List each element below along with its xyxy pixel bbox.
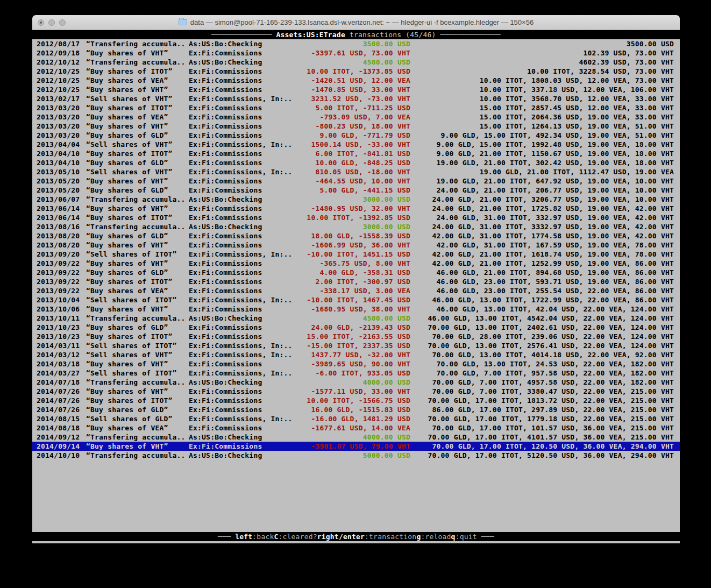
transaction-running-balance: 70.00 GLD, 13.00 ITOT, 2576.41 USD, 22.0… [410,341,680,350]
transaction-row[interactable]: 2013/05/20 “Buy shares of GLD” Ex:Fi:Com… [32,186,680,195]
transaction-row[interactable]: 2013/09/20 “Sell shares of ITOT” Ex:Fi:C… [32,250,680,259]
transaction-row[interactable]: 2014/09/12 “Transfering accumula.. As:US… [32,433,680,442]
transaction-change-amount: -3397.61 USD, 73.00 VHT [294,48,410,58]
window-title-group: data — simon@pool-71-165-239-133.lsanca.… [179,18,534,26]
transaction-row[interactable]: 2013/03/20 “Buy shares of VHT” Ex:Fi:Com… [32,122,680,131]
transaction-row[interactable]: 2013/03/20 “Buy shares of GLD” Ex:Fi:Com… [32,131,680,140]
transaction-row[interactable]: 2013/10/04 “Sell shares of ITOT” Ex:Fi:C… [32,295,680,304]
statusbar-key-description: :reload [421,532,451,541]
transaction-date: 2012/08/17 [32,39,86,48]
transaction-row[interactable]: 2013/08/16 “Transfering accumula.. As:US… [32,222,680,231]
transaction-row[interactable]: 2012/09/18 “Buy shares of VHT” Ex:Fi:Com… [32,48,680,58]
transaction-row[interactable]: 2013/10/23 “Buy shares of ITOT” Ex:Fi:Co… [32,332,680,341]
transaction-row[interactable]: 2013/06/07 “Transfering accumula.. As:US… [32,195,680,204]
transaction-row[interactable]: 2013/10/23 “Buy shares of GLD” Ex:Fi:Com… [32,323,680,332]
transaction-other-accounts: Ex:Fi:Commissions [189,112,294,122]
transaction-row[interactable]: 2014/07/18 “Transfering accumula.. As:US… [32,378,680,387]
transaction-row[interactable]: 2012/10/25 “Buy shares of VEA” Ex:Fi:Com… [32,76,680,85]
transaction-row[interactable]: 2013/06/14 “Buy shares of ITOT” Ex:Fi:Co… [32,213,680,222]
transaction-running-balance: 46.00 GLD, 21.00 ITOT, 894.68 USD, 19.00… [410,268,680,277]
transaction-row[interactable]: 2014/08/15 “Sell shares of GLD” Ex:Fi:Co… [32,414,680,423]
transaction-date: 2013/09/22 [32,286,86,295]
transaction-running-balance: 9.00 GLD, 15.00 ITOT, 492.34 USD, 19.00 … [410,131,680,140]
transaction-running-balance: 86.00 GLD, 17.00 ITOT, 297.89 USD, 22.00… [410,405,680,414]
transaction-change-amount: -464.55 USD, 10.00 VHT [294,176,410,186]
transaction-row[interactable]: 2013/05/20 “Buy shares of VHT” Ex:Fi:Com… [32,176,680,186]
transaction-row[interactable]: 2013/09/22 “Buy shares of ITOT” Ex:Fi:Co… [32,277,680,286]
close-button[interactable] [38,19,44,26]
transaction-change-amount: 4500.00 USD [294,58,410,67]
statusbar-key: g [416,532,421,541]
transaction-row[interactable]: 2012/10/25 “Buy shares of ITOT” Ex:Fi:Co… [32,67,680,76]
transaction-date: 2014/09/12 [32,433,86,442]
transaction-change-amount: 3000.00 USD [294,195,410,204]
transaction-change-amount: -1577.11 USD, 33.00 VHT [294,387,410,396]
transaction-row[interactable]: 2013/04/10 “Buy shares of GLD” Ex:Fi:Com… [32,158,680,167]
transaction-date: 2013/05/20 [32,176,86,186]
transaction-row[interactable]: 2013/08/20 “Buy shares of GLD” Ex:Fi:Com… [32,231,680,240]
transaction-description: “Sell shares of VHT” [86,140,189,149]
transaction-date: 2013/06/14 [32,213,86,222]
transaction-other-accounts: As:US:Bo:Checking [189,314,294,323]
transaction-date: 2013/09/22 [32,277,86,286]
transaction-date: 2014/03/11 [32,341,86,350]
transaction-other-accounts: As:US:Bo:Checking [189,58,294,67]
transaction-change-amount: -3981.07 USD, 79.00 VHT [294,442,410,451]
transaction-row[interactable]: 2013/10/11 “Transfering accumula.. As:US… [32,314,680,323]
transaction-row[interactable]: 2013/06/14 “Buy shares of VHT” Ex:Fi:Com… [32,204,680,213]
transaction-row[interactable]: 2014/03/12 “Sell shares of VHT” Ex:Fi:Co… [32,350,680,359]
transaction-description: “Buy shares of ITOT” [86,213,189,222]
transaction-running-balance: 19.00 GLD, 21.00 ITOT, 302.42 USD, 19.00… [410,158,680,167]
transaction-row[interactable]: 2013/10/06 “Buy shares of VHT” Ex:Fi:Com… [32,304,680,314]
statusbar-key-description: :transaction [365,532,416,541]
transaction-change-amount: 10.00 ITOT, -1566.75 USD [294,396,410,405]
transaction-row[interactable]: 2013/04/04 “Sell shares of VHT” Ex:Fi:Co… [32,140,680,149]
transaction-row[interactable]: 2013/03/20 “Buy shares of ITOT” Ex:Fi:Co… [32,103,680,112]
transaction-row[interactable]: 2014/07/26 “Buy shares of GLD” Ex:Fi:Com… [32,405,680,414]
transaction-other-accounts: Ex:Fi:Commissions [189,286,294,295]
transaction-row[interactable]: 2014/07/26 “Buy shares of VHT” Ex:Fi:Com… [32,387,680,396]
minimize-button[interactable] [48,19,55,26]
zoom-button[interactable] [59,19,66,26]
transaction-running-balance: 10.00 ITOT, 3568.70 USD, 12.00 VEA, 33.0… [410,94,680,103]
transaction-description: “Buy shares of VHT” [86,240,189,250]
transaction-other-accounts: Ex:Fi:Commissions [189,158,294,167]
transaction-date: 2014/10/10 [32,451,86,460]
transaction-description: “Buy shares of VEA” [86,423,189,433]
transaction-row[interactable]: 2013/03/20 “Buy shares of VEA” Ex:Fi:Com… [32,112,680,122]
transaction-row[interactable]: 2014/03/18 “Buy shares of VHT” Ex:Fi:Com… [32,359,680,369]
transaction-change-amount: 5000.00 USD [294,451,410,460]
transaction-running-balance: 42.00 GLD, 21.00 ITOT, 1618.74 USD, 19.0… [410,250,680,259]
transaction-row[interactable]: 2013/05/10 “Sell shares of VHT” Ex:Fi:Co… [32,167,680,176]
transaction-row[interactable]: 2013/09/22 “Buy shares of VHT” Ex:Fi:Com… [32,259,680,268]
transaction-row[interactable]: 2013/02/17 “Sell shares of VHT” Ex:Fi:Co… [32,94,680,103]
transaction-row[interactable]: 2012/08/17 “Transfering accumula.. As:US… [32,39,680,48]
transaction-row[interactable]: 2012/10/25 “Buy shares of VHT” Ex:Fi:Com… [32,85,680,94]
transaction-date: 2013/03/20 [32,112,86,122]
window-titlebar[interactable]: data — simon@pool-71-165-239-133.lsanca.… [32,15,680,30]
transaction-other-accounts: Ex:Fi:Commissions [189,176,294,186]
transaction-row[interactable]: 2014/03/27 “Sell shares of ITOT” Ex:Fi:C… [32,369,680,378]
transaction-description: “Transfering accumula.. [86,222,189,231]
transaction-running-balance: 70.00 GLD, 17.00 ITOT, 120.50 USD, 36.00… [410,442,680,451]
transaction-row[interactable]: 2013/09/22 “Buy shares of VEA” Ex:Fi:Com… [32,286,680,295]
transaction-row[interactable]: 2012/10/12 “Transfering accumula.. As:US… [32,58,680,67]
transaction-row[interactable]: 2014/03/11 “Sell shares of ITOT” Ex:Fi:C… [32,341,680,350]
transaction-other-accounts: Ex:Fi:Commissions [189,304,294,314]
transaction-running-balance: 24.00 GLD, 21.00 ITOT, 1725.82 USD, 19.0… [410,204,680,213]
transaction-description: “Buy shares of VHT” [86,204,189,213]
transaction-list: 2012/08/17 “Transfering accumula.. As:US… [32,39,680,460]
statusbar-key: C [274,532,278,541]
transaction-row[interactable]: 2013/08/20 “Buy shares of VHT” Ex:Fi:Com… [32,240,680,250]
transaction-row[interactable]: 2014/10/10 “Transfering accumula.. As:US… [32,451,680,460]
transaction-date: 2013/08/20 [32,231,86,240]
transaction-row[interactable]: 2013/09/22 “Buy shares of GLD” Ex:Fi:Com… [32,268,680,277]
transaction-row[interactable]: 2014/09/14 “Buy shares of VHT” Ex:Fi:Com… [32,442,680,451]
transaction-description: “Sell shares of ITOT” [86,341,189,350]
transaction-row[interactable]: 2014/07/26 “Buy shares of ITOT” Ex:Fi:Co… [32,396,680,405]
transaction-row[interactable]: 2014/08/18 “Buy shares of VEA” Ex:Fi:Com… [32,423,680,433]
transaction-date: 2013/10/04 [32,295,86,304]
transaction-description: “Buy shares of ITOT” [86,277,189,286]
transaction-row[interactable]: 2013/04/10 “Buy shares of ITOT” Ex:Fi:Co… [32,149,680,158]
transaction-date: 2013/09/22 [32,259,86,268]
